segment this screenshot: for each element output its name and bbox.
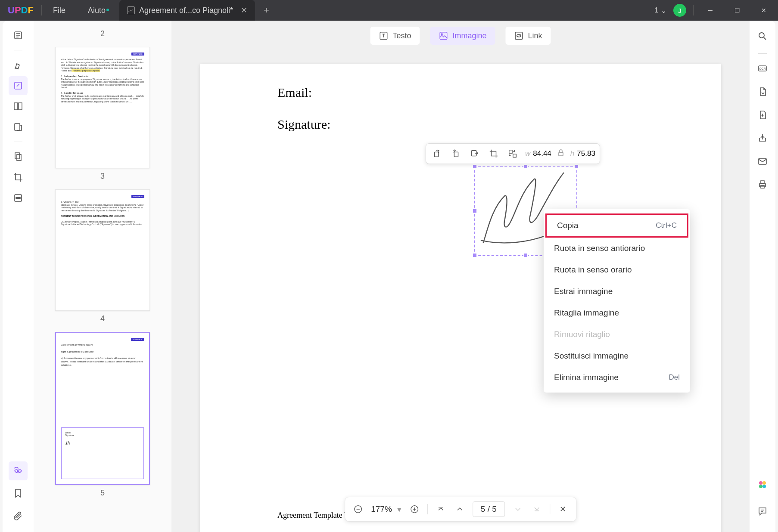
- svg-rect-15: [454, 152, 458, 157]
- attachment-tool[interactable]: [9, 506, 28, 525]
- svg-rect-26: [759, 183, 766, 187]
- prev-page-button[interactable]: [454, 503, 466, 515]
- chevron-down-icon: ⌄: [661, 6, 666, 15]
- svg-rect-27: [761, 181, 764, 183]
- print-button[interactable]: [753, 175, 772, 194]
- menu-help[interactable]: Aiuto: [77, 6, 117, 15]
- thumb-label: 4: [55, 314, 150, 323]
- ctx-extract[interactable]: Estrai immagine: [544, 281, 690, 302]
- resize-handle[interactable]: [473, 164, 477, 169]
- svg-rect-25: [759, 158, 766, 164]
- last-page-button[interactable]: [531, 503, 543, 515]
- image-icon: [439, 31, 448, 40]
- form-tool[interactable]: [9, 118, 28, 136]
- svg-text:OCR: OCR: [759, 67, 766, 70]
- minimize-button[interactable]: ─: [700, 0, 720, 21]
- new-tab-button[interactable]: +: [255, 5, 278, 16]
- svg-rect-18: [513, 154, 516, 157]
- image-tool[interactable]: Immagine: [430, 27, 495, 45]
- resize-handle[interactable]: [523, 253, 528, 257]
- ctx-rotate-ccw[interactable]: Ruota in senso antiorario: [544, 238, 690, 259]
- titlebar: UPDF File Aiuto Agreement of...co Piagno…: [0, 0, 778, 21]
- app-logo: UPDF: [0, 5, 41, 16]
- notification-dot-icon: [106, 9, 109, 11]
- edit-tools: Testo Immagine Link: [370, 27, 551, 45]
- close-zoombar-button[interactable]: ✕: [557, 503, 569, 515]
- thumbnails-toggle[interactable]: [9, 461, 28, 480]
- convert-button[interactable]: [753, 82, 772, 101]
- window-count[interactable]: 1 ⌄: [654, 6, 666, 15]
- close-tab-icon[interactable]: ✕: [241, 6, 247, 15]
- comment-button[interactable]: [753, 502, 772, 521]
- user-avatar[interactable]: J: [673, 4, 686, 17]
- redact-tool[interactable]: [9, 189, 28, 207]
- highlight-tool[interactable]: [9, 56, 28, 74]
- svg-point-9: [17, 470, 19, 472]
- svg-rect-2: [14, 103, 18, 110]
- thumbnail-page-4[interactable]: SUPERACE 6. "Upper LTN Site"obtain our r…: [55, 189, 150, 311]
- ocr-button[interactable]: OCR: [753, 59, 772, 78]
- height-field[interactable]: h75.83: [570, 149, 595, 158]
- edit-tool[interactable]: [9, 76, 28, 95]
- thumb-label: 3: [55, 172, 150, 181]
- ctx-copy-shortcut: Ctrl+C: [656, 221, 677, 230]
- width-field[interactable]: w84.44: [525, 149, 551, 158]
- ctx-rotate-cw[interactable]: Ruota in senso orario: [544, 259, 690, 281]
- resize-handle[interactable]: [473, 253, 477, 257]
- context-menu: Copia Ctrl+C Ruota in senso antiorario R…: [544, 209, 690, 393]
- maximize-button[interactable]: ☐: [727, 0, 747, 21]
- text-tool[interactable]: Testo: [370, 27, 420, 45]
- ctx-delete-shortcut: Del: [669, 373, 680, 382]
- zoom-out-button[interactable]: [352, 503, 364, 515]
- rotate-right-button[interactable]: [449, 147, 462, 160]
- svg-rect-6: [17, 155, 21, 161]
- email-button[interactable]: [753, 152, 772, 171]
- page-tool[interactable]: [9, 97, 28, 116]
- share-button[interactable]: [753, 129, 772, 148]
- menu-file[interactable]: File: [42, 6, 77, 15]
- ctx-delete[interactable]: Elimina immagine Del: [544, 367, 690, 388]
- svg-point-22: [759, 33, 764, 38]
- crop-button[interactable]: [487, 147, 500, 160]
- close-window-button[interactable]: ✕: [754, 0, 774, 21]
- zoom-in-button[interactable]: [408, 503, 420, 515]
- zoom-value[interactable]: 177%▾: [371, 504, 401, 514]
- thumbnail-page-5[interactable]: SUPERACE Agreement of Writing Uttersrigh…: [55, 332, 150, 485]
- compress-button[interactable]: [753, 105, 772, 124]
- badge: SUPERACE: [131, 53, 144, 56]
- extract-button[interactable]: [468, 147, 481, 160]
- resize-handle[interactable]: [574, 164, 579, 169]
- right-toolbar: OCR: [750, 21, 775, 532]
- ctx-replace[interactable]: Sostituisci immagine: [544, 345, 690, 367]
- document-tab[interactable]: Agreement of...co Piagnoli* ✕: [119, 0, 255, 21]
- ai-assistant-button[interactable]: [753, 475, 772, 494]
- svg-rect-19: [559, 152, 563, 156]
- zoom-bar: 177%▾ 5 / 5 ✕: [345, 497, 576, 522]
- resize-handle[interactable]: [523, 164, 528, 169]
- svg-point-31: [759, 485, 762, 488]
- bookmark-tool[interactable]: [9, 484, 28, 503]
- first-page-button[interactable]: [435, 503, 447, 515]
- ctx-crop[interactable]: Ritaglia immagine: [544, 302, 690, 324]
- left-toolbar: [3, 21, 34, 532]
- svg-point-32: [762, 485, 766, 488]
- link-tool[interactable]: Link: [506, 27, 551, 45]
- svg-rect-8: [16, 197, 20, 199]
- resize-handle[interactable]: [473, 209, 477, 213]
- image-tool-label: Immagine: [452, 31, 486, 40]
- replace-button[interactable]: [506, 147, 519, 160]
- reader-tool[interactable]: [9, 26, 28, 45]
- search-button[interactable]: [753, 27, 772, 46]
- separator: [14, 50, 22, 50]
- crop-tool[interactable]: [9, 168, 28, 187]
- next-page-button[interactable]: [512, 503, 524, 515]
- organize-tool[interactable]: [9, 147, 28, 166]
- lock-aspect-icon[interactable]: [557, 148, 564, 159]
- svg-rect-11: [440, 32, 447, 40]
- signature-label: Signature:: [277, 117, 644, 132]
- thumbnail-page-3[interactable]: SUPERACE at the date of Signature's subm…: [55, 47, 150, 168]
- page-input[interactable]: 5 / 5: [473, 501, 505, 517]
- rotate-left-button[interactable]: [430, 147, 443, 160]
- svg-point-12: [441, 34, 442, 35]
- ctx-copy[interactable]: Copia Ctrl+C: [545, 213, 688, 238]
